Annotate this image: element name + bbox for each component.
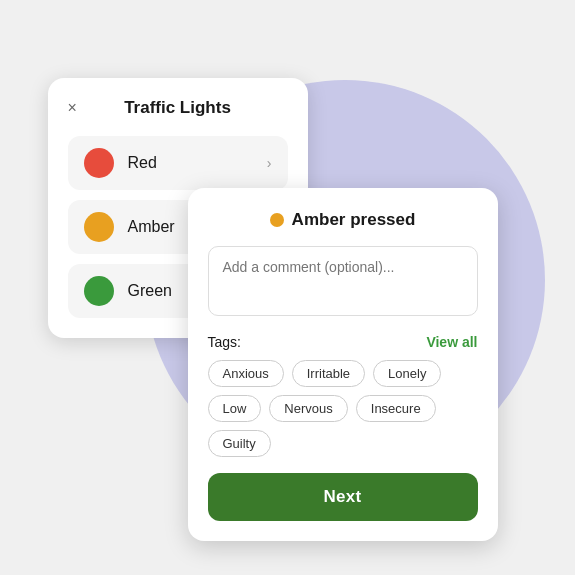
green-dot <box>84 276 114 306</box>
tag-anxious[interactable]: Anxious <box>208 360 284 387</box>
traffic-lights-title: Traffic Lights <box>68 98 288 118</box>
amber-card-title: Amber pressed <box>292 210 416 230</box>
tag-nervous[interactable]: Nervous <box>269 395 347 422</box>
tag-lonely[interactable]: Lonely <box>373 360 441 387</box>
amber-label: Amber <box>128 218 175 236</box>
amber-indicator-dot <box>270 213 284 227</box>
card-header: × Traffic Lights <box>68 98 288 118</box>
view-all-button[interactable]: View all <box>426 334 477 350</box>
traffic-item-red[interactable]: Red › <box>68 136 288 190</box>
traffic-left-amber: Amber <box>84 212 175 242</box>
amber-pressed-card: Amber pressed Tags: View all Anxious Irr… <box>188 188 498 541</box>
red-label: Red <box>128 154 157 172</box>
comment-input[interactable] <box>208 246 478 316</box>
close-button[interactable]: × <box>68 99 77 117</box>
tags-row: Tags: View all <box>208 334 478 350</box>
next-button[interactable]: Next <box>208 473 478 521</box>
tags-label: Tags: <box>208 334 241 350</box>
tag-insecure[interactable]: Insecure <box>356 395 436 422</box>
tag-low[interactable]: Low <box>208 395 262 422</box>
amber-card-header: Amber pressed <box>208 210 478 230</box>
green-label: Green <box>128 282 172 300</box>
red-chevron: › <box>267 155 272 171</box>
red-dot <box>84 148 114 178</box>
tags-container: Anxious Irritable Lonely Low Nervous Ins… <box>208 360 478 457</box>
amber-dot <box>84 212 114 242</box>
tag-guilty[interactable]: Guilty <box>208 430 271 457</box>
traffic-left-red: Red <box>84 148 157 178</box>
traffic-left-green: Green <box>84 276 172 306</box>
scene: × Traffic Lights Red › Amber › Green › <box>28 58 548 518</box>
tag-irritable[interactable]: Irritable <box>292 360 365 387</box>
